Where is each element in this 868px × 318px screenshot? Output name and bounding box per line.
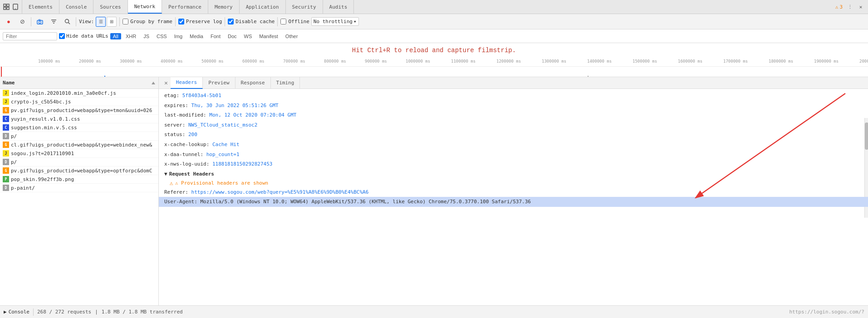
tick-11: 1100000 ms xyxy=(449,58,495,66)
separator: | xyxy=(95,309,98,315)
tab-security[interactable]: Security xyxy=(286,0,323,14)
filter-type-xhr[interactable]: XHR xyxy=(123,33,139,39)
list-item[interactable]: J index_login.20201010.min_3a0e0cf.js xyxy=(0,89,158,98)
svg-rect-1 xyxy=(7,7,9,10)
alert-badge[interactable]: ⚠3 xyxy=(835,4,843,10)
tab-console[interactable]: Console xyxy=(59,0,93,14)
header-row-server: server: NWS_TCloud_static_msoc2 xyxy=(159,120,868,130)
svg-line-13 xyxy=(68,23,70,24)
file-list-scroll-btns xyxy=(151,81,156,85)
stop-button[interactable]: ⊘ xyxy=(16,16,28,28)
tick-12: 1200000 ms xyxy=(495,58,540,66)
headers-content[interactable]: etag: 5f8403a4-5b01 expires: Thu, 30 Jun… xyxy=(159,89,868,305)
preserve-log-checkbox[interactable] xyxy=(178,19,184,24)
console-toggle[interactable]: ▶ Console xyxy=(4,309,29,315)
throttle-select[interactable]: No throttling ▾ xyxy=(311,17,359,26)
svg-rect-8 xyxy=(39,20,40,20)
list-item[interactable]: J sogou.js?t=2017110901 xyxy=(0,149,158,158)
filter-type-manifest[interactable]: Manifest xyxy=(256,33,281,39)
list-item[interactable]: J crypto-js_c5b54bc.js xyxy=(0,98,158,106)
offline-label[interactable]: Offline xyxy=(280,19,309,24)
svg-marker-14 xyxy=(152,82,155,84)
section-arrow-icon: ▼ xyxy=(164,171,167,177)
header-row-daa-tunnel: x-daa-tunnel: hop_count=1 xyxy=(159,150,868,160)
offline-checkbox[interactable] xyxy=(280,19,286,24)
filter-type-all[interactable]: All xyxy=(110,33,121,39)
view-grid-button[interactable]: ⊞ xyxy=(107,17,117,27)
filter-type-font[interactable]: Font xyxy=(208,33,223,39)
filter-type-css[interactable]: CSS xyxy=(154,33,170,39)
tick-3: 300000 ms xyxy=(118,58,159,66)
list-item[interactable]: D p/ xyxy=(0,132,158,141)
request-headers-section[interactable]: ▼ Request Headers xyxy=(159,169,868,179)
disable-cache-checkbox[interactable] xyxy=(228,19,234,24)
group-by-frame-checkbox[interactable] xyxy=(123,19,128,24)
list-item[interactable]: G pv.gif?uigs_productid=webapp&type=optf… xyxy=(0,166,158,175)
list-item[interactable]: C suggestion.min.v.5.css xyxy=(0,123,158,132)
close-request-tab[interactable]: ✕ xyxy=(162,77,171,89)
tab-timing[interactable]: Timing xyxy=(271,77,300,89)
inspect-icon[interactable] xyxy=(3,3,10,10)
tab-memory[interactable]: Memory xyxy=(208,0,240,14)
svg-rect-0 xyxy=(4,4,6,6)
tab-headers[interactable]: Headers xyxy=(171,77,203,89)
gif-icon: G xyxy=(3,167,9,174)
group-by-frame-label[interactable]: Group by frame xyxy=(123,19,172,24)
filter-type-other[interactable]: Other xyxy=(283,33,301,39)
tick-19: 1900000 ms xyxy=(812,58,858,66)
tab-response[interactable]: Response xyxy=(235,77,271,89)
close-devtools-icon[interactable]: ✕ xyxy=(857,3,864,10)
hide-data-urls-label[interactable]: Hide data URLs xyxy=(59,33,108,39)
filter-type-ws[interactable]: WS xyxy=(241,33,255,39)
tick-16: 1600000 ms xyxy=(676,58,721,66)
list-item[interactable]: D p/ xyxy=(0,158,158,166)
svg-point-12 xyxy=(65,20,69,23)
camera-button[interactable] xyxy=(34,16,46,28)
tab-sources[interactable]: Sources xyxy=(93,0,128,14)
filter-type-doc[interactable]: Doc xyxy=(225,33,240,39)
tab-bar-right: ⚠3 ⋮ ✕ xyxy=(832,0,868,14)
tab-elements[interactable]: Elements xyxy=(22,0,59,14)
status-bar: ▶ Console 268 / 272 requests | 1.8 MB / … xyxy=(0,305,868,318)
tick-10: 1000000 ms xyxy=(404,58,449,66)
mobile-icon[interactable] xyxy=(12,3,19,10)
tick-9: 900000 ms xyxy=(363,58,404,66)
headers-panel: ✕ Headers Preview Response Timing etag: … xyxy=(159,77,868,305)
search-button[interactable] xyxy=(61,16,73,28)
tick-13: 1300000 ms xyxy=(540,58,585,66)
preserve-log-label[interactable]: Preserve log xyxy=(178,19,222,24)
tick-17: 1700000 ms xyxy=(721,58,767,66)
filter-input[interactable] xyxy=(3,32,57,40)
filmstrip-hint: Hit Ctrl+R to reload and capture filmstr… xyxy=(0,43,868,58)
tick-14: 1400000 ms xyxy=(585,58,631,66)
tab-performance[interactable]: Performance xyxy=(162,0,208,14)
file-list-header: Name xyxy=(0,77,158,89)
filter-button[interactable] xyxy=(48,16,59,28)
timeline-bar-1 xyxy=(104,76,105,77)
tab-preview[interactable]: Preview xyxy=(203,77,235,89)
list-item[interactable]: G cl.gif?uigs_productid=webapp&type=webi… xyxy=(0,141,158,149)
filter-bar: Hide data URLs All XHR JS CSS Img Media … xyxy=(0,29,868,43)
record-button[interactable]: ● xyxy=(3,16,15,28)
list-item[interactable]: D p-paint/ xyxy=(0,184,158,192)
disable-cache-label[interactable]: Disable cache xyxy=(228,19,275,24)
list-item[interactable]: C yuyin_result.v1.0.1.css xyxy=(0,115,158,123)
hide-data-urls-checkbox[interactable] xyxy=(59,33,65,39)
tick-15: 1500000 ms xyxy=(631,58,676,66)
filter-type-media[interactable]: Media xyxy=(187,33,206,39)
timeline-cursor xyxy=(1,67,2,77)
tick-1: 100000 ms xyxy=(36,58,77,66)
gif-icon: G xyxy=(3,142,9,148)
more-options-icon[interactable]: ⋮ xyxy=(846,3,853,10)
tab-audits[interactable]: Audits xyxy=(323,0,354,14)
view-list-button[interactable]: ☰ xyxy=(96,17,106,27)
svg-rect-2 xyxy=(4,7,6,10)
list-item[interactable]: G pv.gif?uigs_productid=webapp&type=tmon… xyxy=(0,106,158,115)
tab-network[interactable]: Network xyxy=(128,0,162,14)
list-item[interactable]: P pop_skin.99e2ff3b.png xyxy=(0,175,158,184)
filter-type-img[interactable]: Img xyxy=(172,33,185,39)
transferred-size: 1.8 MB / 1.8 MB transferred xyxy=(102,309,183,315)
tab-application[interactable]: Application xyxy=(240,0,286,14)
filter-type-js[interactable]: JS xyxy=(141,33,152,39)
file-list-body[interactable]: J index_login.20201010.min_3a0e0cf.js J … xyxy=(0,89,158,305)
